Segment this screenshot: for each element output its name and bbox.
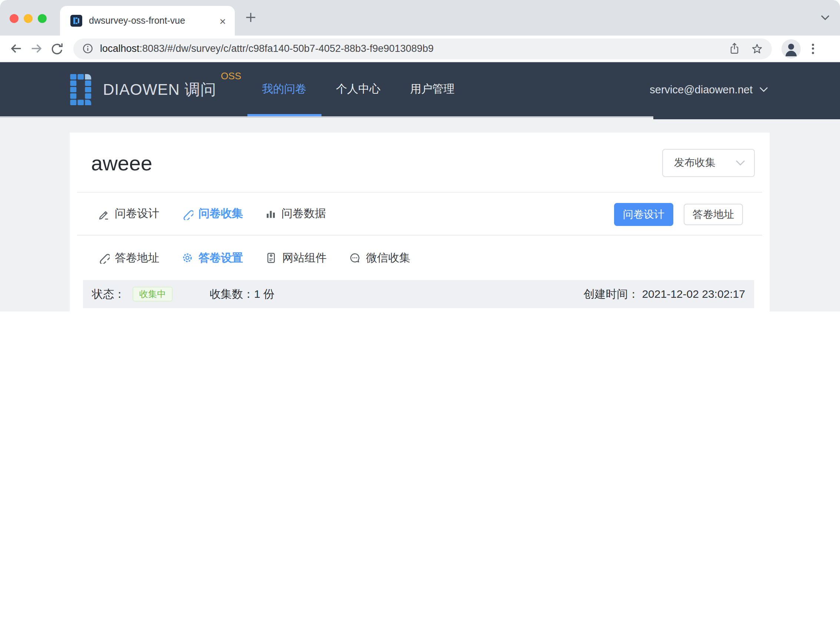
tab-survey-data[interactable]: 问卷数据 bbox=[265, 207, 326, 221]
tab-site-widget[interactable]: 网站组件 bbox=[265, 251, 326, 265]
link-icon bbox=[181, 208, 193, 219]
app-header: DIAOWEN 调问 OSS 我的问卷 个人中心 用户管理 service@di… bbox=[0, 62, 840, 116]
header-substrip bbox=[0, 116, 840, 119]
tab-answer-url[interactable]: 答卷地址 bbox=[98, 251, 159, 265]
forward-button[interactable] bbox=[26, 38, 47, 59]
publish-select-value: 发布收集 bbox=[674, 156, 736, 170]
link-icon bbox=[98, 252, 110, 264]
tab-search-chevron-icon[interactable] bbox=[821, 15, 829, 21]
browser-tab[interactable]: dwsurvey-oss-front-vue × bbox=[60, 6, 235, 35]
bar-chart-icon bbox=[265, 208, 276, 219]
survey-title: aweee bbox=[91, 152, 152, 176]
browser-menu-icon[interactable] bbox=[809, 40, 817, 57]
account-dropdown[interactable]: service@diaowen.net bbox=[650, 83, 768, 95]
brand-badge: OSS bbox=[221, 71, 241, 81]
url-text: localhost:8083/#/dw/survey/c/attr/c98fa1… bbox=[100, 43, 434, 54]
status-label: 状态： bbox=[92, 287, 125, 301]
created-time: 创建时间：2021-12-02 23:02:17 bbox=[583, 287, 745, 301]
brand-name: DIAOWEN 调问 bbox=[103, 79, 216, 100]
favicon bbox=[71, 15, 82, 27]
nav-item-profile[interactable]: 个人中心 bbox=[321, 62, 395, 116]
answer-url-button[interactable]: 答卷地址 bbox=[684, 204, 743, 225]
minimize-window-button[interactable] bbox=[24, 14, 32, 23]
nav-item-my-surveys[interactable]: 我的问卷 bbox=[247, 62, 321, 116]
tab-survey-collect[interactable]: 问卷收集 bbox=[181, 207, 243, 221]
address-bar[interactable]: localhost:8083/#/dw/survey/c/attr/c98fa1… bbox=[74, 38, 772, 59]
diaowen-logo-icon bbox=[70, 74, 94, 105]
reload-button[interactable] bbox=[47, 38, 67, 59]
page-background: aweee 发布收集 问卷设计 问卷收集 bbox=[0, 119, 840, 312]
traffic-lights bbox=[10, 14, 47, 23]
tab-survey-design[interactable]: 问卷设计 bbox=[98, 207, 159, 221]
widget-icon bbox=[265, 252, 277, 264]
gear-icon bbox=[181, 252, 193, 264]
browser-toolbar: localhost:8083/#/dw/survey/c/attr/c98fa1… bbox=[0, 35, 840, 62]
tab-wechat-collect[interactable]: 微信收集 bbox=[349, 251, 410, 265]
tab-answer-settings[interactable]: 答卷设置 bbox=[181, 251, 243, 265]
sub-tabs: 答卷地址 答卷设置 网站组件 bbox=[70, 236, 769, 280]
maximize-window-button[interactable] bbox=[38, 14, 47, 23]
publish-select[interactable]: 发布收集 bbox=[662, 149, 755, 177]
close-window-button[interactable] bbox=[10, 14, 18, 23]
tab-strip: dwsurvey-oss-front-vue × bbox=[0, 0, 840, 35]
bookmark-star-icon[interactable] bbox=[751, 43, 763, 54]
chat-bubble-icon bbox=[349, 252, 361, 264]
status-bar: 状态： 收集中 收集数： 1 份 创建时间：2021-12-02 23:02:1… bbox=[83, 280, 754, 308]
collect-count-label: 收集数： bbox=[210, 287, 254, 301]
main-nav: 我的问卷 个人中心 用户管理 bbox=[247, 62, 469, 116]
status-badge: 收集中 bbox=[133, 287, 173, 301]
tab-title: dwsurvey-oss-front-vue bbox=[89, 15, 219, 26]
chevron-down-icon bbox=[759, 86, 768, 92]
collect-count-value: 1 份 bbox=[254, 287, 274, 301]
site-info-icon[interactable] bbox=[82, 43, 94, 54]
nav-item-user-management[interactable]: 用户管理 bbox=[395, 62, 469, 116]
edit-icon bbox=[98, 208, 110, 219]
browser-window: dwsurvey-oss-front-vue × localhost:8083/… bbox=[0, 0, 840, 312]
share-icon[interactable] bbox=[729, 42, 740, 55]
back-button[interactable] bbox=[5, 38, 26, 59]
survey-card: aweee 发布收集 问卷设计 问卷收集 bbox=[70, 133, 769, 312]
survey-design-button[interactable]: 问卷设计 bbox=[614, 203, 673, 226]
tab-close-icon[interactable]: × bbox=[219, 15, 226, 26]
new-tab-button[interactable] bbox=[244, 11, 257, 24]
account-email: service@diaowen.net bbox=[650, 83, 753, 95]
chevron-down-icon bbox=[736, 160, 745, 166]
profile-avatar[interactable] bbox=[782, 39, 801, 58]
